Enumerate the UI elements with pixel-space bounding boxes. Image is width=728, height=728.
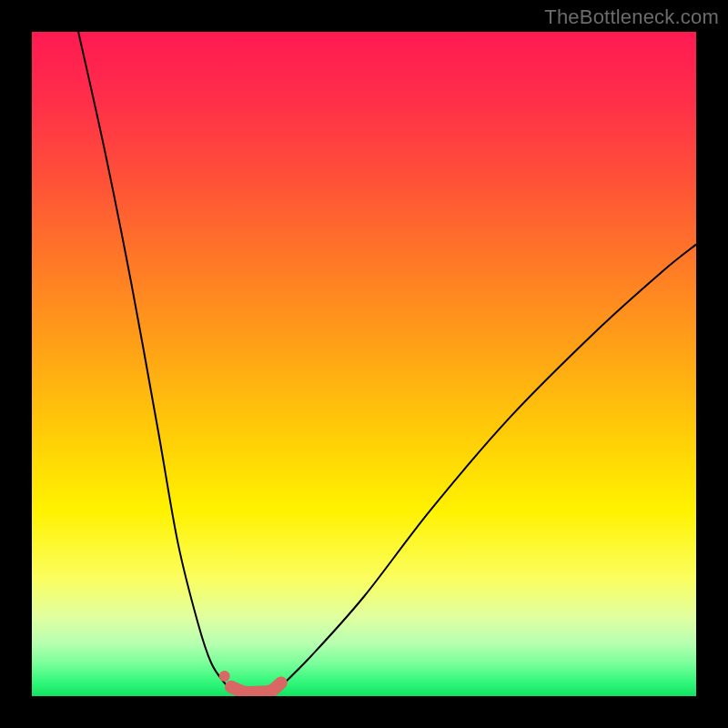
plot-area: [32, 32, 696, 696]
curve-layer: [32, 32, 696, 696]
bottleneck-sweet-spot-segment: [231, 682, 281, 693]
curve-left-branch: [78, 32, 231, 690]
chart-frame: TheBottleneck.com: [0, 0, 728, 728]
bottleneck-sweet-spot-dot: [219, 671, 230, 682]
curve-right-branch: [278, 245, 696, 690]
watermark-text: TheBottleneck.com: [544, 5, 719, 29]
